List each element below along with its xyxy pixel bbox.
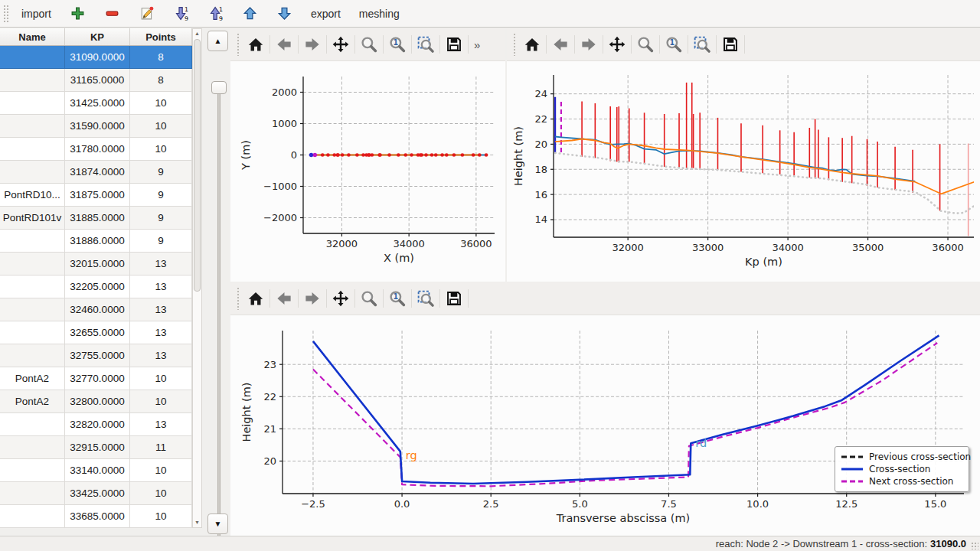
cell-kp[interactable]: 31885.0000	[65, 207, 130, 229]
column-header-kp[interactable]: KP	[65, 28, 130, 45]
cell-kp[interactable]: 32460.0000	[65, 298, 130, 321]
cell-name[interactable]	[0, 46, 65, 68]
cell-kp[interactable]: 32820.0000	[65, 413, 130, 435]
scroll-down-arrow-icon[interactable]: ▼	[193, 519, 201, 527]
table-row[interactable]: 31425.000010	[0, 92, 192, 115]
meshing-button[interactable]: meshing	[351, 4, 407, 24]
cell-kp[interactable]: 31590.0000	[65, 115, 130, 137]
cell-kp[interactable]: 32205.0000	[65, 276, 130, 298]
cell-kp[interactable]: 32915.0000	[65, 436, 130, 458]
figure-toolbar-grip[interactable]	[513, 33, 517, 56]
cell-kp[interactable]: 32770.0000	[65, 367, 130, 390]
table-row[interactable]: PontRD101v31885.00009	[0, 207, 192, 230]
cell-points[interactable]: 10	[130, 92, 192, 114]
table-row[interactable]: 31090.00008	[0, 46, 192, 69]
cell-kp[interactable]: 32655.0000	[65, 321, 130, 344]
cell-name[interactable]	[0, 115, 65, 137]
cell-kp[interactable]: 31090.0000	[65, 46, 130, 68]
cell-name[interactable]: PontRD10...	[0, 184, 65, 206]
cell-points[interactable]: 13	[130, 298, 192, 321]
forward-button[interactable]	[301, 33, 324, 56]
cell-kp[interactable]: 31874.0000	[65, 161, 130, 183]
toolbar-overflow-chevron[interactable]: »	[474, 38, 480, 51]
table-row[interactable]: PontA232800.000010	[0, 390, 192, 413]
cell-points[interactable]: 10	[130, 459, 192, 481]
cell-name[interactable]: PontRD101v	[0, 207, 65, 229]
cell-name[interactable]	[0, 344, 65, 367]
cell-points[interactable]: 13	[130, 321, 192, 344]
cell-name[interactable]	[0, 505, 65, 527]
sort-ascending-button[interactable]: 19	[200, 2, 231, 25]
column-header-name[interactable]: Name	[0, 28, 65, 45]
cell-name[interactable]	[0, 298, 65, 321]
cell-name[interactable]	[0, 459, 65, 481]
cell-kp[interactable]: 31886.0000	[65, 230, 130, 252]
cell-kp[interactable]: 33425.0000	[65, 482, 130, 504]
cell-kp[interactable]: 31780.0000	[65, 138, 130, 160]
cell-points[interactable]: 10	[130, 482, 192, 504]
zoom-button[interactable]	[358, 33, 381, 56]
table-scrollbar-thumb[interactable]	[194, 39, 201, 292]
sort-descending-button[interactable]: 19	[165, 2, 197, 25]
cell-name[interactable]	[0, 92, 65, 114]
cell-points[interactable]: 10	[130, 390, 192, 412]
table-row[interactable]: 31874.00009	[0, 161, 192, 184]
cell-points[interactable]: 8	[130, 69, 192, 91]
add-button[interactable]	[62, 2, 93, 25]
cell-kp[interactable]: 31425.0000	[65, 92, 130, 114]
move-down-button[interactable]	[269, 2, 300, 25]
cell-kp[interactable]: 33140.0000	[65, 459, 130, 481]
table-row[interactable]: 31886.00009	[0, 230, 192, 253]
cell-name[interactable]	[0, 138, 65, 160]
slider-down-button[interactable]: ▼	[207, 514, 228, 534]
table-row[interactable]: 31165.00008	[0, 69, 192, 92]
cell-points[interactable]: 11	[130, 436, 192, 458]
cell-points[interactable]: 10	[130, 505, 192, 527]
save-button[interactable]	[443, 287, 466, 310]
table-row[interactable]: 32015.000013	[0, 253, 192, 276]
save-button[interactable]	[719, 33, 742, 56]
pan-button[interactable]	[606, 33, 629, 56]
zoom-button[interactable]	[634, 33, 657, 56]
table-row[interactable]: 32655.000013	[0, 321, 192, 344]
remove-button[interactable]	[96, 2, 128, 25]
back-button[interactable]	[273, 287, 296, 310]
figure-toolbar-grip[interactable]	[237, 33, 240, 56]
resize-grip[interactable]	[971, 542, 978, 549]
cell-kp[interactable]: 33685.0000	[65, 505, 130, 527]
cell-kp[interactable]: 32755.0000	[65, 344, 130, 367]
table-row[interactable]: 32915.000011	[0, 436, 192, 459]
cell-name[interactable]	[0, 413, 65, 435]
table-row[interactable]: 32755.000013	[0, 344, 192, 367]
move-up-button[interactable]	[234, 2, 266, 25]
cell-points[interactable]: 9	[130, 207, 192, 229]
table-row[interactable]: 32820.000013	[0, 413, 192, 436]
table-row[interactable]: 33685.000010	[0, 505, 192, 528]
cell-name[interactable]	[0, 230, 65, 252]
cell-name[interactable]	[0, 436, 65, 458]
scroll-up-arrow-icon[interactable]: ▲	[193, 30, 201, 37]
table-row[interactable]: 33425.000010	[0, 482, 192, 505]
zoom-fit-button[interactable]	[691, 33, 714, 56]
cell-name[interactable]	[0, 321, 65, 344]
table-scrollbar[interactable]: ▲ ▼	[192, 28, 202, 528]
cell-name[interactable]	[0, 253, 65, 275]
slider-up-button[interactable]: ▲	[207, 31, 228, 51]
edit-button[interactable]	[131, 2, 162, 25]
table-row[interactable]: PontA232770.000010	[0, 367, 192, 390]
cell-points[interactable]: 10	[130, 115, 192, 137]
table-row[interactable]: 31590.000010	[0, 115, 192, 138]
cell-name[interactable]	[0, 69, 65, 91]
back-button[interactable]	[549, 33, 572, 56]
save-button[interactable]	[443, 33, 466, 56]
cell-points[interactable]: 13	[130, 344, 192, 367]
zoom-original-button[interactable]: 1	[386, 33, 409, 56]
section-slider-track[interactable]	[217, 82, 220, 539]
cell-name[interactable]: PontA2	[0, 390, 65, 412]
cell-points[interactable]: 9	[130, 184, 192, 206]
table-row[interactable]: 31780.000010	[0, 138, 192, 161]
cell-points[interactable]: 9	[130, 161, 192, 183]
cross-section-chart[interactable]: −2.50.02.55.07.510.012.515.020212223Tran…	[230, 315, 980, 539]
table-row[interactable]: 33140.000010	[0, 459, 192, 482]
cell-points[interactable]: 10	[130, 138, 192, 160]
